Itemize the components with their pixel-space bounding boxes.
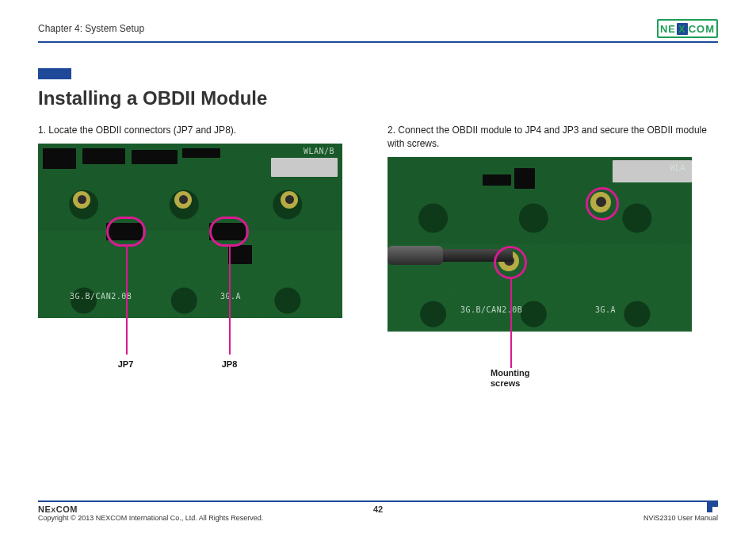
brand-text-left: NE [660,23,676,35]
callout-ring-jp8 [209,217,249,247]
callout-ring-jp7 [106,217,146,247]
section-tab [38,68,71,79]
silk-3g-can-r: 3G.B/CAN2.0B [460,305,522,314]
chapter-label: Chapter 4: System Setup [38,23,144,34]
step-1-text: 1. Locate the OBDII connectors (JP7 and … [38,124,368,137]
callout-ring-screw-2 [586,187,619,220]
figure-secure-module: WLA 3G.B/CAN2.0B 3G.A [388,157,692,332]
brand-text-x: X [677,23,688,35]
silk-3ga: 3G.A [220,292,241,301]
footer-copyright: Copyright © 2013 NEXCOM International Co… [38,514,263,522]
footer-page-number: 42 [38,504,718,514]
page-footer: NEXCOM Copyright © 2013 NEXCOM Internati… [38,500,718,522]
callout-ring-screw-1 [494,246,527,279]
silk-wla: WLA [670,163,685,172]
step-1-column: 1. Locate the OBDII connectors (JP7 and … [38,124,368,387]
callout-label-mounting: Mounting [491,368,529,378]
callout-label-jp7: JP7 [82,359,170,369]
leader-jp7 [126,247,128,355]
footer-doc-title: NViS2310 User Manual [643,514,718,522]
page-header: Chapter 4: System Setup NE X COM [38,19,718,43]
page-title: Installing a OBDII Module [38,87,718,109]
step-2-text: 2. Connect the OBDII module to JP4 and J… [388,124,718,151]
silk-3g-can: 3G.B/CAN2.0B [70,292,132,301]
step-2-column: 2. Connect the OBDII module to JP4 and J… [388,124,718,387]
brand-logo-box: NE X COM [657,19,718,38]
leader-jp8 [229,247,231,355]
figure-locate-connectors: WLAN/B 3G.B/CAN2.0B 3G.A [38,144,342,318]
silk-3ga-r: 3G.A [595,305,616,314]
callout-label-screws: screws [491,378,529,389]
callout-label-jp8: JP8 [185,359,273,369]
leader-mounting-screws [510,279,512,368]
silk-wlan: WLAN/B [304,147,334,155]
brand-logo: NE X COM [657,19,718,38]
brand-text-right: COM [689,23,715,35]
